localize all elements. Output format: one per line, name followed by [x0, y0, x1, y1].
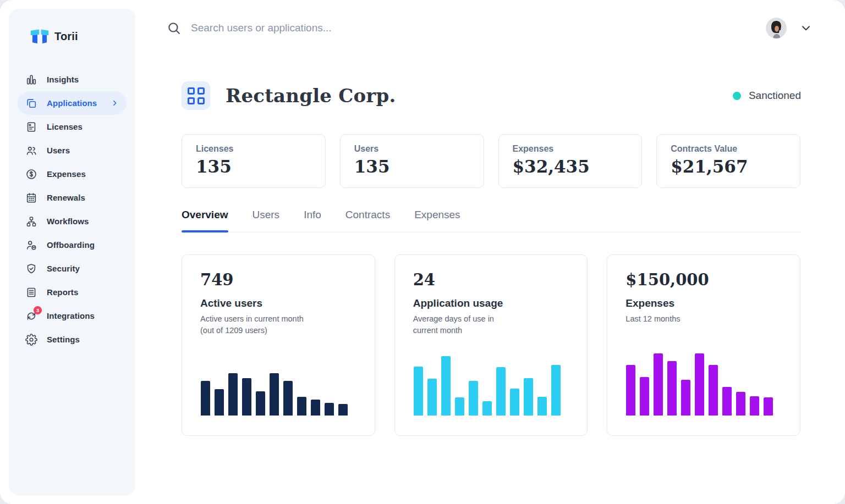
application-usage-card: 24 Application usage Average days of use… [394, 254, 588, 436]
active-users-bar-chart [201, 350, 348, 416]
search-input[interactable] [191, 22, 766, 34]
chart-title: Expenses [625, 297, 782, 309]
status-badge[interactable]: Sanctioned [733, 90, 801, 102]
calendar-icon [25, 192, 37, 204]
stat-value: $32,435 [513, 157, 628, 176]
bar [215, 389, 224, 416]
main-content: Rectangle Corp. Sanctioned Licenses 135 … [135, 0, 845, 504]
sync-icon: 3 [25, 310, 37, 322]
sidebar-item-label: Offboarding [47, 240, 95, 250]
sidebar-item-label: Insights [47, 75, 79, 84]
sidebar-item-security[interactable]: Security [18, 257, 127, 280]
tab-users[interactable]: Users [253, 209, 280, 232]
torii-logo-icon [30, 29, 50, 45]
sidebar-item-workflows[interactable]: Workflows [18, 209, 127, 233]
status-dot-icon [733, 92, 741, 100]
bar [455, 397, 464, 416]
bar [681, 380, 690, 416]
bar [311, 400, 320, 416]
bar [256, 391, 265, 416]
bar [764, 397, 773, 416]
bar [537, 397, 547, 416]
bar [469, 381, 478, 416]
stat-card-licenses: Licenses 135 [182, 134, 326, 188]
bar [510, 389, 519, 416]
sidebar-item-label: Security [47, 264, 80, 273]
app-window: Torii Insights Applications [0, 0, 845, 504]
search-bar [167, 21, 766, 35]
bar [441, 356, 451, 416]
sidebar-item-label: Integrations [47, 311, 95, 320]
sidebar-item-insights[interactable]: Insights [18, 68, 127, 91]
stat-card-users: Users 135 [340, 134, 484, 188]
sidebar-item-users[interactable]: Users [18, 139, 127, 162]
bar [736, 392, 745, 416]
tab-contracts[interactable]: Contracts [345, 209, 390, 232]
bar [338, 404, 348, 416]
chart-description: Average days of use in current month [413, 313, 569, 336]
bar [325, 403, 334, 416]
bar [524, 378, 533, 416]
chevron-right-icon [111, 99, 119, 107]
stat-value: 135 [196, 157, 311, 176]
stat-label: Contracts Value [671, 144, 786, 154]
sidebar-item-licenses[interactable]: Licenses [18, 115, 127, 139]
sidebar-item-label: Expenses [47, 169, 86, 179]
chart-description: Last 12 months [625, 313, 782, 325]
bar [228, 373, 238, 416]
company-grid-icon [182, 81, 210, 110]
page-title: Rectangle Corp. [226, 85, 396, 107]
sidebar-item-offboarding[interactable]: Offboarding [18, 233, 127, 257]
chart-title: Application usage [413, 297, 569, 309]
profile-menu [766, 18, 812, 38]
stat-value: 135 [354, 157, 470, 176]
integrations-badge: 3 [34, 306, 42, 314]
stat-label: Licenses [196, 144, 311, 154]
sidebar-item-settings[interactable]: Settings [18, 328, 127, 351]
bar [482, 401, 492, 416]
bar [709, 365, 718, 416]
overview-charts: 749 Active users Active users in current… [135, 232, 845, 436]
app-name: Torii [54, 30, 78, 43]
chart-desc-line: (out of 1209 users) [200, 326, 267, 335]
expenses-card: $150,000 Expenses Last 12 months [607, 254, 800, 436]
avatar[interactable] [766, 18, 787, 38]
stats-row: Licenses 135 Users 135 Expenses $32,435 … [135, 110, 845, 188]
sidebar: Torii Insights Applications [9, 9, 135, 495]
sidebar-item-applications[interactable]: Applications [18, 91, 127, 115]
bar [427, 379, 437, 416]
bar [654, 353, 663, 416]
tab-info[interactable]: Info [304, 209, 321, 232]
tab-expenses[interactable]: Expenses [414, 209, 460, 232]
licenses-icon [25, 121, 37, 133]
chart-headline-value: 24 [413, 270, 569, 289]
bar [201, 381, 210, 416]
chart-desc-line: Average days of use in [413, 314, 494, 323]
sidebar-nav: Insights Applications Licenses [9, 68, 135, 351]
sidebar-item-integrations[interactable]: 3 Integrations [18, 304, 127, 328]
search-icon [167, 21, 181, 35]
expenses-bar-chart [626, 350, 773, 416]
person-minus-icon [25, 239, 37, 251]
sidebar-item-reports[interactable]: Reports [18, 280, 127, 304]
sidebar-item-label: Workflows [47, 217, 89, 226]
bar [695, 353, 704, 416]
stat-label: Expenses [513, 144, 628, 154]
chevron-down-icon[interactable] [800, 22, 812, 34]
active-users-card: 749 Active users Active users in current… [182, 254, 375, 436]
sidebar-item-renewals[interactable]: Renewals [18, 186, 127, 209]
sidebar-item-label: Settings [47, 335, 80, 344]
tab-overview[interactable]: Overview [182, 209, 228, 232]
bar [667, 361, 677, 416]
tab-bar: Overview Users Info Contracts Expenses [182, 209, 801, 232]
bar [626, 365, 635, 416]
bar [750, 396, 759, 416]
status-label: Sanctioned [749, 90, 801, 102]
sidebar-item-expenses[interactable]: Expenses [18, 162, 127, 186]
bar [496, 367, 506, 416]
stat-card-contracts-value: Contracts Value $21,567 [656, 134, 800, 188]
dollar-circle-icon [25, 168, 37, 180]
bar [722, 387, 732, 416]
torii-logo: Torii [30, 29, 135, 45]
bar [297, 397, 306, 416]
